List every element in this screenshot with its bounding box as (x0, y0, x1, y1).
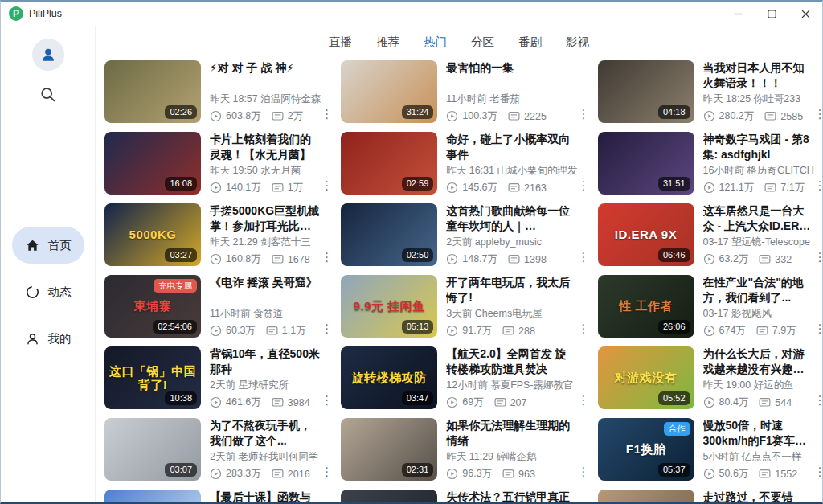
sidebar-item-首页[interactable]: 首页 (12, 227, 84, 264)
video-thumbnail[interactable] (598, 490, 694, 502)
video-card[interactable]: 对游戏没有 05:52 为什么长大后，对游戏越来越没有兴趣了？ 昨天 19:00… (598, 346, 823, 409)
uploader-name: appleby_music (475, 236, 542, 248)
view-count-icon (210, 253, 222, 265)
video-thumbnail[interactable]: 02:59 (341, 132, 437, 195)
video-card[interactable]: 東埔寨 充电专属 02:54:06 《电诈 摇滚 吴哥窟》 11小时前 食贫道 … (104, 275, 334, 338)
video-card[interactable]: 02:59 命好，碰上了小概率双向事件 昨天 16:31 山城小栗旬的理发 14… (341, 132, 590, 195)
video-card[interactable]: 02:50 这首热门歌曲献给每一位童年坎坷的人｜《Withou... 2天前 a… (341, 203, 590, 266)
view-count-icon (210, 325, 222, 337)
video-thumbnail[interactable]: 04:18 (598, 60, 694, 123)
search-button[interactable] (35, 82, 62, 106)
tab-热门[interactable]: 热门 (424, 35, 447, 50)
uploader-name: 老师好我叫何同学 (238, 451, 318, 462)
danmaku-count-icon (759, 253, 771, 265)
more-options-button[interactable]: ⋮ (576, 178, 592, 193)
video-thumbnail[interactable]: 5000KG 03:27 (104, 203, 201, 266)
search-icon (39, 86, 56, 103)
video-counts: 148.7万 1398 (446, 252, 577, 266)
video-card[interactable]: ID.ERA 9X 06:46 这车居然只是一台大众 - 上汽大众ID.ERA … (598, 203, 823, 266)
video-card[interactable]: 失传术法？五行铠甲真正 ⋮ (341, 490, 590, 502)
more-options-button[interactable]: ⋮ (813, 392, 822, 408)
video-thumbnail[interactable]: 旋转楼梯攻防 03:47 (341, 346, 437, 409)
danmaku-count-icon (494, 396, 506, 408)
uploader-name: 望远镜-Telescope (731, 236, 810, 248)
dynamics-icon (25, 284, 41, 300)
more-options-button[interactable]: ⋮ (813, 464, 822, 479)
avatar[interactable] (32, 39, 64, 71)
danmaku-count-icon (272, 468, 284, 480)
more-options-button[interactable]: ⋮ (813, 321, 822, 336)
more-options-button[interactable]: ⋮ (319, 321, 334, 336)
minimize-button[interactable] (721, 2, 755, 26)
danmaku-count: 7.1万 (780, 181, 805, 195)
video-thumbnail[interactable]: 03:07 (104, 418, 201, 481)
more-options-button[interactable]: ⋮ (813, 178, 822, 193)
sidebar-item-动态[interactable]: 动态 (12, 273, 84, 310)
video-card[interactable]: 04:18 当我对日本人用不知火舞语录！！！ 昨天 18:25 你哇哥233 2… (598, 60, 823, 123)
video-meta: 昨天 18:25 你哇哥233 (703, 92, 814, 106)
video-thumbnail[interactable] (104, 490, 201, 502)
video-card[interactable]: 31:51 神奇数字马戏团 - 第8集: asdfghjkl 16小时前 格历奇… (598, 132, 823, 195)
tab-影视[interactable]: 影视 (566, 35, 589, 50)
video-card[interactable]: 走过路过，不要错过！我 ⋮ (598, 490, 823, 502)
more-options-button[interactable]: ⋮ (319, 178, 334, 193)
video-card[interactable]: 这口「锅」中国背了! 10:38 背锅10年，直径500米那种 2天前 星球研究… (104, 346, 334, 409)
video-thumbnail[interactable]: ID.ERA 9X 06:46 (598, 203, 694, 266)
video-card[interactable]: 02:31 如果你无法理解生理期的情绪 昨天 11:29 碎嘴企鹅 96.3万 (341, 418, 590, 481)
video-card[interactable]: 【最后十课】函数与导 ⋮ (104, 490, 334, 502)
tab-番剧[interactable]: 番剧 (518, 35, 542, 50)
tab-直播[interactable]: 直播 (329, 35, 352, 50)
video-thumbnail[interactable] (341, 490, 437, 502)
more-options-button[interactable]: ⋮ (576, 249, 592, 264)
video-card[interactable]: 31:24 最害怕的一集 11小时前 老番茄 100.3万 (341, 60, 590, 123)
video-thumbnail[interactable]: 对游戏没有 05:52 (598, 346, 694, 409)
publish-time: 2天前 (210, 379, 235, 391)
video-thumbnail[interactable]: 02:50 (341, 203, 437, 266)
video-thumbnail[interactable]: F1换胎 合作 05:37 (598, 418, 694, 481)
uploader-name: 好运的鱼 (754, 379, 794, 391)
tab-推荐[interactable]: 推荐 (376, 35, 399, 50)
video-info: 最害怕的一集 11小时前 老番茄 100.3万 2225 ⋮ (446, 60, 590, 123)
more-options-button[interactable]: ⋮ (576, 321, 592, 336)
sidebar-item-我的[interactable]: 我的 (12, 320, 84, 357)
video-card[interactable]: F1换胎 合作 05:37 慢放50倍，时速300km/h的F1赛车怎么在2s内… (598, 418, 823, 481)
video-meta: 2天前 老师好我叫何同学 (210, 450, 321, 464)
more-options-button[interactable]: ⋮ (813, 106, 822, 121)
video-thumbnail[interactable]: 02:31 (341, 418, 437, 481)
video-thumbnail[interactable]: 31:51 (598, 132, 694, 195)
view-count: 63.2万 (719, 252, 749, 266)
video-title: 开了两年电玩店，我太后悔了! (446, 275, 577, 305)
view-count: 140.1万 (226, 181, 261, 195)
more-options-button[interactable]: ⋮ (319, 106, 334, 121)
video-thumbnail[interactable]: 9.9元 挂闲鱼 05:13 (341, 275, 437, 338)
video-thumbnail[interactable]: 这口「锅」中国背了! 10:38 (104, 346, 201, 409)
video-thumbnail[interactable]: 02:26 (104, 60, 201, 123)
danmaku-count-icon (272, 182, 284, 194)
more-options-button[interactable]: ⋮ (319, 249, 334, 264)
more-options-button[interactable]: ⋮ (576, 392, 592, 408)
video-thumbnail[interactable]: 東埔寨 充电专属 02:54:06 (104, 275, 201, 338)
maximize-button[interactable] (755, 2, 788, 26)
more-options-button[interactable]: ⋮ (576, 106, 592, 121)
more-options-button[interactable]: ⋮ (319, 464, 334, 479)
view-count: 145.6万 (462, 181, 497, 195)
video-card[interactable]: 9.9元 挂闲鱼 05:13 开了两年电玩店，我太后悔了! 3天前 Cheems… (341, 275, 590, 338)
video-card[interactable]: 性 工作者 26:06 在性产业"合法"的地方，我们看到了... 03-17 影… (598, 275, 823, 338)
video-thumbnail[interactable]: 31:24 (341, 60, 437, 123)
tab-label: 番剧 (518, 35, 542, 48)
more-options-button[interactable]: ⋮ (576, 464, 592, 479)
danmaku-count: 1.1万 (282, 324, 306, 338)
close-button[interactable] (788, 2, 822, 26)
video-card[interactable]: 旋转楼梯攻防 03:47 【航天2.0】全网首发 旋转楼梯攻防道具焚决 12小时… (341, 346, 590, 409)
view-count-icon (446, 182, 458, 194)
video-thumbnail[interactable]: 16:08 (104, 132, 201, 195)
video-thumbnail[interactable]: 性 工作者 26:06 (598, 275, 694, 338)
more-options-button[interactable]: ⋮ (319, 392, 334, 408)
video-card[interactable]: 02:26 ⚡对 对 子 战 神⚡ 昨天 18:57 泊温阿特金森 603.8万 (104, 60, 334, 123)
more-options-button[interactable]: ⋮ (813, 249, 822, 264)
tab-分区[interactable]: 分区 (471, 35, 494, 50)
video-card[interactable]: 16:08 卡片上铭刻着我们的灵魂！【水无月菌】 昨天 19:50 水无月菌 1… (104, 132, 334, 195)
video-card[interactable]: 03:07 为了不熬夜玩手机，我们做了这个... 2天前 老师好我叫何同学 28… (104, 418, 334, 481)
publish-time: 2天前 (446, 236, 472, 248)
video-card[interactable]: 5000KG 03:27 手搓5000KG巨型机械掌！参加打耳光比赛，应该会..… (104, 203, 334, 266)
